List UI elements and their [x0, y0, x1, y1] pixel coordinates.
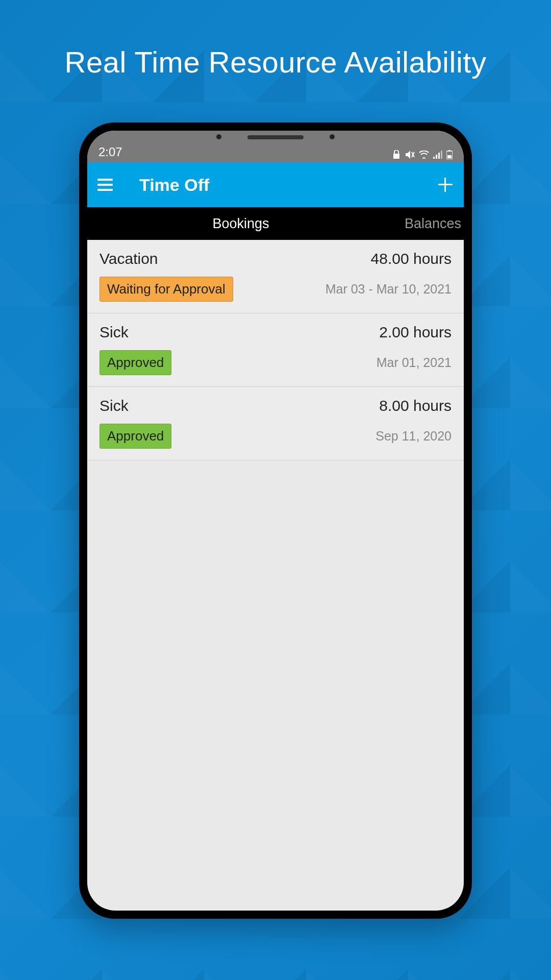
svg-rect-8	[448, 150, 450, 151]
add-button[interactable]	[437, 177, 454, 193]
phone-camera-right	[330, 134, 335, 139]
phone-screen: 2:07 Time Off Bookings Balances Va	[87, 131, 464, 911]
phone-frame: 2:07 Time Off Bookings Balances Va	[79, 122, 472, 919]
booking-date: Mar 01, 2021	[377, 355, 452, 370]
tab-balances[interactable]: Balances	[394, 216, 464, 232]
battery-icon	[446, 150, 453, 159]
status-icons	[392, 150, 453, 159]
tab-bar: Bookings Balances	[87, 207, 464, 240]
booking-hours: 8.00 hours	[379, 397, 452, 414]
booking-type: Vacation	[99, 250, 158, 267]
booking-date: Sep 11, 2020	[375, 429, 452, 444]
booking-date: Mar 03 - Mar 10, 2021	[325, 282, 452, 297]
app-header: Time Off	[87, 162, 464, 207]
status-badge: Waiting for Approval	[99, 277, 233, 302]
svg-rect-5	[438, 153, 440, 159]
signal-icon	[433, 151, 442, 159]
phone-camera-left	[216, 134, 221, 139]
svg-rect-4	[436, 155, 437, 159]
booking-type: Sick	[99, 324, 129, 341]
status-time: 2:07	[98, 145, 122, 159]
svg-rect-6	[441, 151, 442, 159]
booking-type: Sick	[99, 397, 129, 414]
phone-speaker	[247, 135, 304, 139]
wifi-icon	[419, 151, 429, 159]
tab-bookings[interactable]: Bookings	[87, 216, 394, 232]
list-item[interactable]: Sick 8.00 hours Approved Sep 11, 2020	[87, 387, 464, 460]
booking-hours: 48.00 hours	[371, 250, 452, 267]
svg-rect-0	[393, 154, 399, 159]
status-badge: Approved	[99, 424, 171, 449]
menu-icon[interactable]	[97, 179, 113, 191]
lock-icon	[392, 150, 400, 159]
svg-rect-9	[447, 155, 452, 158]
booking-hours: 2.00 hours	[379, 324, 452, 341]
mute-icon	[405, 150, 415, 159]
bookings-list: Vacation 48.00 hours Waiting for Approva…	[87, 240, 464, 460]
list-item[interactable]: Vacation 48.00 hours Waiting for Approva…	[87, 240, 464, 313]
svg-rect-3	[433, 157, 435, 159]
status-badge: Approved	[99, 350, 171, 375]
list-item[interactable]: Sick 2.00 hours Approved Mar 01, 2021	[87, 313, 464, 387]
page-title: Real Time Resource Availability	[65, 45, 487, 79]
header-title: Time Off	[139, 175, 437, 195]
